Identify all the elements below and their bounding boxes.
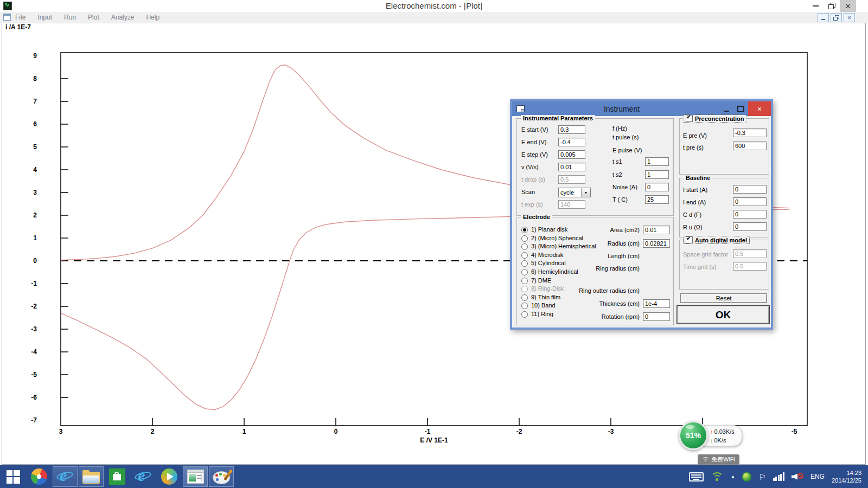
radio-7-dme[interactable] xyxy=(521,278,528,284)
minimize-icon[interactable] xyxy=(807,0,824,12)
v-v-s-input[interactable] xyxy=(558,163,585,171)
t-pulse-s-label: t pulse (s) xyxy=(612,134,639,140)
dialog-maximize-icon[interactable] xyxy=(733,101,748,116)
windows-logo-icon xyxy=(7,470,20,484)
time-grid-s-input[interactable] xyxy=(733,262,767,271)
dialog-body: Instrumental Parameters E start (V)E end… xyxy=(512,116,771,328)
i-end-a-label: I end (A) xyxy=(683,199,706,206)
f-hz-label: f (Hz) xyxy=(612,125,627,132)
download-arrow-icon: ↓ xyxy=(710,437,713,444)
svg-text:8: 8 xyxy=(33,75,37,82)
t-drop-s-input[interactable] xyxy=(558,175,585,184)
t-pre-s-input[interactable] xyxy=(733,142,767,150)
taskbar-button-paint[interactable] xyxy=(209,466,234,487)
ok-button[interactable]: OK xyxy=(677,306,769,324)
free-wifi-tooltip[interactable]: 免费WiFi xyxy=(698,454,739,465)
taskbar-button-pinwheel-browser[interactable] xyxy=(26,465,52,488)
i-start-a-label: I start (A) xyxy=(683,187,707,193)
taskbar-button-internet-explorer[interactable]: e xyxy=(53,466,78,487)
group-electrode: Electrode 1) Planar disk2) (Micro) Spher… xyxy=(516,217,674,325)
area-cm2-input[interactable] xyxy=(643,226,670,234)
muted-speaker-icon[interactable] xyxy=(792,472,803,481)
t-c-input[interactable] xyxy=(645,195,669,204)
taskbar-button-electrochemist-app[interactable] xyxy=(183,466,208,487)
t-exp-s-input[interactable] xyxy=(558,200,585,209)
svg-text:3: 3 xyxy=(33,189,37,196)
dialog-titlebar[interactable]: Instrument × xyxy=(512,101,771,116)
touch-keyboard-icon[interactable] xyxy=(689,472,704,481)
scan-label: Scan xyxy=(521,189,535,195)
show-hidden-icons-chevron[interactable]: ▲ xyxy=(731,474,736,479)
restore-icon[interactable] xyxy=(824,0,840,12)
svg-text:0: 0 xyxy=(334,428,338,435)
tray-clock[interactable]: 14:23 2014/12/25 xyxy=(832,469,861,484)
e-start-v-input[interactable] xyxy=(558,125,585,134)
t-s1-input[interactable] xyxy=(645,157,669,166)
mdi-minimize-icon[interactable] xyxy=(818,13,829,22)
taskbar-button-internet-explorer-2[interactable]: e xyxy=(130,465,156,488)
menu-help[interactable]: Help xyxy=(146,14,159,21)
radio-9-thin-film[interactable] xyxy=(521,294,528,301)
download-speed: 0K/s xyxy=(714,437,726,444)
chevron-down-icon[interactable]: ▼ xyxy=(581,188,590,197)
e-step-v-label: E step (V) xyxy=(521,151,548,158)
menu-analyze[interactable]: Analyze xyxy=(111,14,135,21)
svg-text:-1: -1 xyxy=(425,428,431,435)
menu-file[interactable]: File xyxy=(15,14,25,21)
mdi-close-icon[interactable] xyxy=(844,13,855,22)
group-baseline: Baseline I start (A)I end (A)C d (F)R u … xyxy=(679,178,769,237)
e-end-v-input[interactable] xyxy=(558,138,585,146)
c-d-f-input[interactable] xyxy=(733,210,767,219)
svg-text:-5: -5 xyxy=(31,371,37,378)
svg-text:-1: -1 xyxy=(31,280,37,287)
svg-text:-7: -7 xyxy=(31,416,37,424)
i-end-a-input[interactable] xyxy=(733,197,767,206)
taskbar-button-tencent-video[interactable] xyxy=(156,465,182,488)
r-u-input[interactable] xyxy=(733,222,767,231)
rotation-rpm-input[interactable] xyxy=(643,312,670,321)
v-v-s-label: v (V/s) xyxy=(521,164,539,170)
network-ball-widget[interactable]: 51% xyxy=(679,421,708,450)
window-title: Electrochemist.com - [Plot] xyxy=(0,1,868,10)
svg-text:-4: -4 xyxy=(31,348,37,356)
e-pre-v-input[interactable] xyxy=(733,129,767,137)
upload-speed: 0.03K/s xyxy=(714,428,735,435)
noise-a-input[interactable] xyxy=(645,183,669,191)
group-electrode-title: Electrode xyxy=(521,214,552,220)
taskbar-button-file-explorer[interactable] xyxy=(79,466,104,487)
menu-input[interactable]: Input xyxy=(37,14,52,21)
instrument-dialog: Instrument × Instrumental Parameters E s… xyxy=(510,99,773,330)
t-s2-input[interactable] xyxy=(645,170,669,179)
upload-arrow-icon: ↑ xyxy=(710,428,713,435)
auto-digital-model-checkbox[interactable] xyxy=(686,236,693,243)
radius-cm-input[interactable] xyxy=(643,239,670,248)
e-pulse-v-label: E pulse (V) xyxy=(612,147,642,153)
dialog-minimize-icon[interactable] xyxy=(719,101,733,116)
360-security-tray-icon[interactable] xyxy=(742,472,751,481)
cellular-signal-icon[interactable] xyxy=(773,472,784,481)
9-thin-film-label: 9) Thin film xyxy=(531,294,560,300)
e-step-v-input[interactable] xyxy=(558,150,585,159)
svg-text:1: 1 xyxy=(33,234,37,242)
network-speed-panel[interactable]: ↑0.03K/s ↓0K/s xyxy=(702,425,742,446)
mdi-child-icon[interactable] xyxy=(3,14,11,21)
dialog-close-icon[interactable]: × xyxy=(748,101,771,116)
close-icon[interactable] xyxy=(840,0,856,12)
menu-run[interactable]: Run xyxy=(64,14,76,21)
i-start-a-input[interactable] xyxy=(733,185,767,194)
wifi-tray-icon[interactable] xyxy=(711,472,724,481)
menu-plot[interactable]: Plot xyxy=(88,14,99,21)
thickness-cm-input[interactable] xyxy=(643,299,670,308)
space-grid-factor-input[interactable] xyxy=(733,249,767,258)
ring-radius-cm-label: Ring radius (cm) xyxy=(517,265,640,272)
reset-button[interactable]: Reset xyxy=(680,293,767,303)
scan-combobox[interactable]: cycle▼ xyxy=(558,188,591,197)
action-center-flag-icon[interactable]: ⚐ xyxy=(758,473,765,481)
mdi-restore-icon[interactable] xyxy=(831,13,842,22)
group-instrumental-parameters: Instrumental Parameters E start (V)E end… xyxy=(516,118,674,216)
taskbar-button-windows-store[interactable] xyxy=(104,465,130,488)
preconcentration-checkbox[interactable] xyxy=(686,115,693,122)
e-start-v-label: E start (V) xyxy=(521,126,548,133)
taskbar-button-start[interactable] xyxy=(0,465,26,488)
language-indicator[interactable]: ENG xyxy=(810,473,825,480)
